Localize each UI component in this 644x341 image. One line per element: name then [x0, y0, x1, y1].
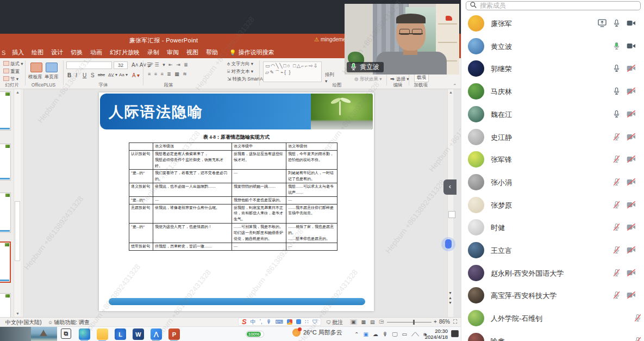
accessibility-status[interactable]: ☺辅助功能: 调查 [48, 319, 90, 326]
capsule-icon[interactable] [296, 319, 301, 324]
scrollbar-thumb[interactable] [15, 201, 20, 261]
tray-expand-icon[interactable]: ⌃ [354, 331, 359, 337]
cam-on-icon[interactable] [627, 19, 636, 29]
widgets-button[interactable] [31, 327, 57, 341]
panel-collapse-button[interactable]: ‹ [443, 179, 457, 195]
mic-speaking-icon[interactable] [612, 42, 621, 52]
fit-slide-icon[interactable]: ⛶ [453, 319, 457, 325]
italic-button[interactable]: I [76, 72, 77, 78]
cam-off-icon[interactable] [627, 178, 636, 188]
strikethrough-button[interactable]: abc [98, 72, 105, 77]
sogou-ime-bar[interactable]: S 中 ’, 🎙 ⌨ ∷ 🛡 [238, 318, 321, 326]
ribbon-tab-幻灯片放映[interactable]: 幻灯片放映 [110, 48, 140, 57]
zoom-out-button[interactable]: − [380, 319, 384, 325]
participant-row[interactable]: 史江静 [461, 126, 644, 148]
shapes-gallery[interactable]: ▭◠╲╲□○ □△⌐⌐⇨⇩ ▱✎⌒⌁{ } [263, 61, 322, 82]
ribbon-tab-partial[interactable]: S [2, 49, 8, 56]
notification-center-icon[interactable] [451, 330, 459, 337]
participant-row[interactable]: 人外学院-石维钊 [461, 307, 644, 330]
participant-row[interactable]: 张军锋 [461, 148, 644, 171]
keyboard-icon[interactable]: ⌨ [276, 319, 283, 325]
mic-off-icon[interactable] [612, 155, 621, 165]
taskbar-app-lenovo-app[interactable]: L [115, 328, 126, 340]
participant-row[interactable]: 时健 [461, 216, 644, 239]
mic-off-icon[interactable] [612, 133, 621, 143]
scroll-marker[interactable] [448, 211, 455, 218]
scroll-up-icon[interactable]: ▲ [14, 90, 21, 94]
scroll-down-icon[interactable]: ▼ [14, 312, 21, 315]
ime-mode-chinese[interactable]: 中 [251, 318, 256, 326]
taskbar-app-task-view[interactable]: ⧉ [61, 328, 71, 339]
cam-off-icon[interactable] [627, 269, 636, 279]
taskbar-app-powerpoint[interactable]: P [168, 328, 180, 340]
mic-off-icon[interactable] [612, 291, 621, 301]
shield-icon[interactable]: 🛡 [312, 319, 317, 325]
toolbox-icon[interactable]: ∷ [305, 319, 308, 325]
ribbon-tab-视图[interactable]: 视图 [186, 48, 198, 57]
ribbon-tab-设计[interactable]: 设计 [51, 48, 63, 57]
taskbar-app-word[interactable]: W [133, 328, 144, 340]
taskbar-app-docs-app[interactable]: ⋀ [151, 328, 162, 340]
sogou-logo[interactable]: S [242, 318, 247, 326]
mic-off-icon[interactable] [612, 178, 621, 188]
reset-button[interactable]: 重置 [3, 69, 20, 75]
mic-on-icon[interactable] [612, 19, 621, 29]
cam-off-icon[interactable] [627, 155, 636, 165]
ribbon-tab-帮助[interactable]: 帮助 [206, 48, 218, 57]
template-library-icon[interactable] [30, 63, 42, 72]
single-page-library-icon[interactable] [46, 63, 58, 72]
slide-thumbnail[interactable] [0, 193, 11, 233]
align-icons[interactable]: ≡ ≡ ≡ ≣ ▦ ≋ [148, 71, 188, 77]
zoom-level[interactable]: 86% [439, 319, 450, 325]
participant-row[interactable]: 魏在江 [461, 103, 644, 126]
participant-row[interactable]: 黄立波 [461, 35, 644, 58]
zoom-in-button[interactable]: + [434, 319, 437, 325]
font-name-input[interactable] [66, 61, 112, 69]
tray-app-icon[interactable]: ▣ [363, 331, 368, 337]
ribbon-tab-审阅[interactable]: 审阅 [167, 48, 179, 57]
underline-button[interactable]: U [83, 72, 86, 78]
char-spacing-button[interactable]: A̲V̲ ▾ [108, 72, 117, 77]
participant-row[interactable]: 廉张军 [461, 12, 644, 35]
participant-row[interactable]: 张小涓 [461, 171, 644, 194]
taskbar-app-file-explorer[interactable] [97, 328, 108, 340]
speaker-video-feed[interactable]: 黄立波 [345, 4, 459, 75]
cam-off-icon[interactable] [627, 201, 636, 211]
layout-button[interactable]: 版式 ▾ [3, 61, 23, 67]
comments-button[interactable]: 🗨批注 [326, 319, 343, 326]
cam-off-icon[interactable] [627, 110, 636, 120]
taskbar-clock[interactable]: 20:30 2024/4/18 [415, 328, 448, 340]
change-case-button[interactable]: Aa ▾ [119, 72, 128, 77]
cam-off-icon[interactable] [627, 246, 636, 256]
cam-off-icon[interactable] [627, 87, 636, 97]
slide-thumbnail[interactable] [0, 91, 11, 131]
mic-off-icon[interactable] [612, 246, 621, 256]
slide-thumbnail[interactable] [0, 144, 11, 181]
search-members-box[interactable]: 搜索成员 [466, 1, 641, 10]
mic-off-icon[interactable] [634, 314, 642, 324]
cam-off-icon[interactable] [627, 291, 636, 301]
slide-nav-arrows[interactable]: ▼▲▼ [447, 290, 453, 305]
slide-scroll-up-icon[interactable]: ▲ [448, 90, 454, 94]
tray-mic-icon[interactable]: 🎙 [383, 331, 388, 337]
participant-row[interactable]: 郭继荣 [461, 57, 644, 80]
slide-canvas[interactable]: 人际语法隐喻 表 4-8：原著情态隐喻实现方式 语义等级强语义等级中语义等级弱 … [99, 92, 374, 311]
slide-scrollbar[interactable]: ▲ [447, 89, 453, 317]
cam-off-icon[interactable] [627, 223, 636, 233]
weather-widget[interactable]: 26°C 局部多云 [292, 328, 342, 337]
ribbon-tab-动画[interactable]: 动画 [90, 48, 102, 57]
thumbnail-scrollbar[interactable]: ▲ ▼ [14, 89, 21, 317]
battery-indicator[interactable]: 100% [246, 331, 264, 338]
participant-row[interactable]: 张梦原 [461, 194, 644, 216]
font-size-input[interactable]: 32 [114, 61, 128, 69]
mic-off-icon[interactable] [612, 201, 621, 211]
cam-off-icon[interactable] [627, 64, 636, 75]
screen-share-icon[interactable] [598, 19, 607, 29]
account-warning[interactable]: ⚠mingdeme [314, 36, 345, 42]
mic-on-icon[interactable] [612, 64, 621, 75]
skin-icon[interactable] [287, 319, 292, 325]
font-color-button[interactable]: A ▾ [132, 72, 140, 78]
zoom-slider[interactable] [387, 322, 432, 323]
participant-row[interactable]: 王立言 [461, 239, 644, 262]
cloud-icon[interactable]: ☁ [373, 331, 378, 337]
